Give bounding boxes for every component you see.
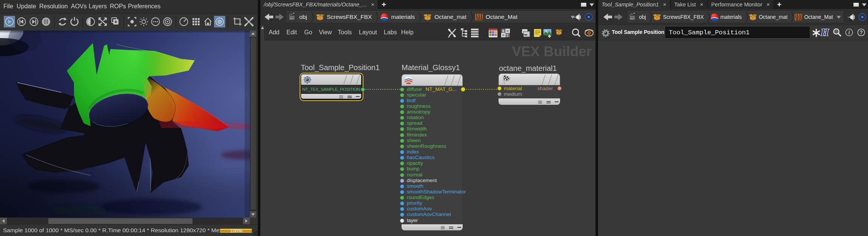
svg-text:?: ? bbox=[860, 29, 863, 35]
svg-text:i: i bbox=[848, 30, 850, 35]
svg-text:Mov: Mov bbox=[290, 18, 293, 20]
svg-text:Mov: Mov bbox=[630, 18, 634, 20]
